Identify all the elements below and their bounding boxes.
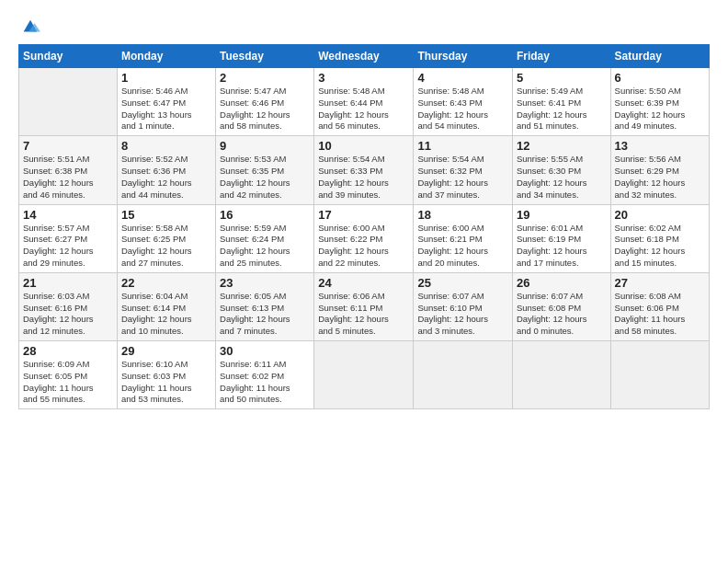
day-info: Sunrise: 5:51 AM Sunset: 6:38 PM Dayligh… [23, 154, 113, 201]
logo-icon [20, 17, 40, 37]
day-number: 26 [517, 276, 607, 290]
calendar-cell: 16Sunrise: 5:59 AM Sunset: 6:24 PM Dayli… [216, 204, 314, 272]
day-info: Sunrise: 6:04 AM Sunset: 6:14 PM Dayligh… [121, 291, 211, 338]
calendar-week-2: 7Sunrise: 5:51 AM Sunset: 6:38 PM Daylig… [19, 136, 710, 204]
calendar-cell [314, 341, 414, 409]
calendar-cell: 30Sunrise: 6:11 AM Sunset: 6:02 PM Dayli… [216, 341, 314, 409]
calendar-week-5: 28Sunrise: 6:09 AM Sunset: 6:05 PM Dayli… [19, 341, 710, 409]
day-info: Sunrise: 6:01 AM Sunset: 6:19 PM Dayligh… [517, 223, 607, 270]
day-info: Sunrise: 5:49 AM Sunset: 6:41 PM Dayligh… [517, 86, 607, 132]
calendar-cell: 12Sunrise: 5:55 AM Sunset: 6:30 PM Dayli… [512, 136, 610, 204]
day-info: Sunrise: 6:07 AM Sunset: 6:08 PM Dayligh… [517, 291, 607, 338]
calendar-cell: 10Sunrise: 5:54 AM Sunset: 6:33 PM Dayli… [314, 136, 414, 204]
calendar-cell: 7Sunrise: 5:51 AM Sunset: 6:38 PM Daylig… [19, 136, 118, 204]
day-number: 16 [220, 208, 310, 222]
day-number: 25 [417, 276, 508, 290]
logo [18, 17, 40, 37]
calendar-cell: 20Sunrise: 6:02 AM Sunset: 6:18 PM Dayli… [610, 204, 709, 272]
day-info: Sunrise: 6:02 AM Sunset: 6:18 PM Dayligh… [615, 223, 705, 270]
calendar-cell: 1Sunrise: 5:46 AM Sunset: 6:47 PM Daylig… [117, 68, 215, 136]
calendar-cell: 27Sunrise: 6:08 AM Sunset: 6:06 PM Dayli… [610, 272, 709, 340]
calendar-cell: 9Sunrise: 5:53 AM Sunset: 6:35 PM Daylig… [216, 136, 314, 204]
calendar-cell [610, 341, 709, 409]
calendar-header-row: SundayMondayTuesdayWednesdayThursdayFrid… [19, 45, 710, 68]
day-info: Sunrise: 5:56 AM Sunset: 6:29 PM Dayligh… [615, 154, 705, 201]
day-info: Sunrise: 6:11 AM Sunset: 6:02 PM Dayligh… [220, 359, 310, 406]
calendar-cell: 6Sunrise: 5:50 AM Sunset: 6:39 PM Daylig… [610, 68, 709, 136]
day-number: 22 [121, 276, 211, 290]
calendar-cell: 25Sunrise: 6:07 AM Sunset: 6:10 PM Dayli… [414, 272, 513, 340]
day-number: 5 [517, 71, 607, 85]
day-number: 14 [23, 208, 113, 222]
day-number: 2 [220, 71, 310, 85]
weekday-header-friday: Friday [512, 45, 610, 68]
weekday-header-saturday: Saturday [610, 45, 709, 68]
day-number: 27 [615, 276, 705, 290]
day-info: Sunrise: 5:48 AM Sunset: 6:43 PM Dayligh… [417, 86, 508, 132]
day-info: Sunrise: 5:52 AM Sunset: 6:36 PM Dayligh… [121, 154, 211, 201]
calendar-cell [19, 68, 118, 136]
weekday-header-tuesday: Tuesday [216, 45, 314, 68]
day-info: Sunrise: 6:00 AM Sunset: 6:22 PM Dayligh… [318, 223, 409, 270]
calendar-cell: 11Sunrise: 5:54 AM Sunset: 6:32 PM Dayli… [414, 136, 513, 204]
day-info: Sunrise: 5:47 AM Sunset: 6:46 PM Dayligh… [220, 86, 310, 132]
day-info: Sunrise: 5:57 AM Sunset: 6:27 PM Dayligh… [23, 223, 113, 270]
day-info: Sunrise: 5:59 AM Sunset: 6:24 PM Dayligh… [220, 223, 310, 270]
day-number: 21 [23, 276, 113, 290]
day-number: 28 [23, 344, 113, 358]
day-info: Sunrise: 6:09 AM Sunset: 6:05 PM Dayligh… [23, 359, 113, 406]
weekday-header-monday: Monday [117, 45, 215, 68]
day-number: 1 [121, 71, 211, 85]
page-header [18, 17, 710, 37]
day-info: Sunrise: 6:05 AM Sunset: 6:13 PM Dayligh… [220, 291, 310, 338]
day-number: 13 [615, 139, 705, 153]
day-number: 23 [220, 276, 310, 290]
day-info: Sunrise: 5:50 AM Sunset: 6:39 PM Dayligh… [615, 86, 705, 132]
day-number: 20 [615, 208, 705, 222]
day-info: Sunrise: 5:55 AM Sunset: 6:30 PM Dayligh… [517, 154, 607, 201]
calendar-cell: 17Sunrise: 6:00 AM Sunset: 6:22 PM Dayli… [314, 204, 414, 272]
day-info: Sunrise: 5:54 AM Sunset: 6:32 PM Dayligh… [417, 154, 508, 201]
calendar-cell: 29Sunrise: 6:10 AM Sunset: 6:03 PM Dayli… [117, 341, 215, 409]
calendar-cell: 13Sunrise: 5:56 AM Sunset: 6:29 PM Dayli… [610, 136, 709, 204]
calendar-week-3: 14Sunrise: 5:57 AM Sunset: 6:27 PM Dayli… [19, 204, 710, 272]
calendar-cell: 14Sunrise: 5:57 AM Sunset: 6:27 PM Dayli… [19, 204, 118, 272]
day-number: 12 [517, 139, 607, 153]
day-number: 6 [615, 71, 705, 85]
day-number: 8 [121, 139, 211, 153]
day-number: 3 [318, 71, 409, 85]
calendar-cell: 15Sunrise: 5:58 AM Sunset: 6:25 PM Dayli… [117, 204, 215, 272]
day-number: 4 [417, 71, 508, 85]
day-info: Sunrise: 6:07 AM Sunset: 6:10 PM Dayligh… [417, 291, 508, 338]
day-number: 9 [220, 139, 310, 153]
day-info: Sunrise: 6:03 AM Sunset: 6:16 PM Dayligh… [23, 291, 113, 338]
day-number: 7 [23, 139, 113, 153]
day-info: Sunrise: 5:46 AM Sunset: 6:47 PM Dayligh… [121, 86, 211, 132]
day-number: 30 [220, 344, 310, 358]
calendar-cell: 23Sunrise: 6:05 AM Sunset: 6:13 PM Dayli… [216, 272, 314, 340]
weekday-header-sunday: Sunday [19, 45, 118, 68]
calendar-cell: 19Sunrise: 6:01 AM Sunset: 6:19 PM Dayli… [512, 204, 610, 272]
weekday-header-wednesday: Wednesday [314, 45, 414, 68]
calendar-cell: 2Sunrise: 5:47 AM Sunset: 6:46 PM Daylig… [216, 68, 314, 136]
day-number: 19 [517, 208, 607, 222]
day-number: 15 [121, 208, 211, 222]
day-number: 24 [318, 276, 409, 290]
calendar-cell: 8Sunrise: 5:52 AM Sunset: 6:36 PM Daylig… [117, 136, 215, 204]
day-number: 29 [121, 344, 211, 358]
calendar-cell: 26Sunrise: 6:07 AM Sunset: 6:08 PM Dayli… [512, 272, 610, 340]
calendar-cell: 18Sunrise: 6:00 AM Sunset: 6:21 PM Dayli… [414, 204, 513, 272]
day-info: Sunrise: 5:48 AM Sunset: 6:44 PM Dayligh… [318, 86, 409, 132]
calendar-cell [512, 341, 610, 409]
calendar-cell: 28Sunrise: 6:09 AM Sunset: 6:05 PM Dayli… [19, 341, 118, 409]
calendar-table: SundayMondayTuesdayWednesdayThursdayFrid… [18, 44, 710, 409]
calendar-cell [414, 341, 513, 409]
day-number: 18 [417, 208, 508, 222]
calendar-cell: 22Sunrise: 6:04 AM Sunset: 6:14 PM Dayli… [117, 272, 215, 340]
day-info: Sunrise: 5:54 AM Sunset: 6:33 PM Dayligh… [318, 154, 409, 201]
day-number: 17 [318, 208, 409, 222]
day-number: 11 [417, 139, 508, 153]
calendar-cell: 24Sunrise: 6:06 AM Sunset: 6:11 PM Dayli… [314, 272, 414, 340]
calendar-cell: 4Sunrise: 5:48 AM Sunset: 6:43 PM Daylig… [414, 68, 513, 136]
day-number: 10 [318, 139, 409, 153]
